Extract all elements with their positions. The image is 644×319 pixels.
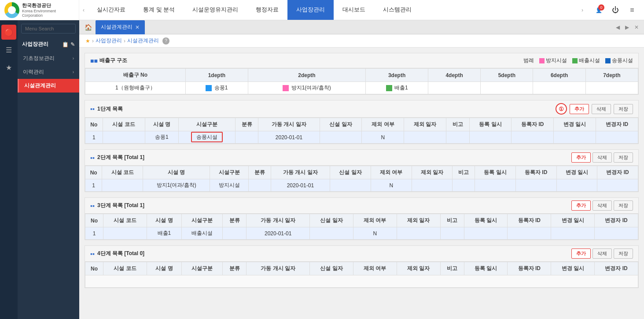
stage1-row-1[interactable]: 1 송풍1 송풍시설 2020-01-01 N bbox=[85, 131, 638, 144]
stage2-add-button[interactable]: 추가 bbox=[571, 152, 591, 163]
stage2-buttons: 추가 삭제 저장 bbox=[571, 152, 633, 163]
stage4-save-button[interactable]: 저장 bbox=[614, 249, 633, 259]
s3-start: 2020-01-01 bbox=[247, 227, 310, 240]
notification-button[interactable]: 👤 0 bbox=[592, 4, 605, 17]
sidebar-section-icons: 📋 ✎ bbox=[62, 41, 75, 48]
emission-th-no: 배출구 No bbox=[85, 69, 186, 82]
sidebar-icon-star[interactable]: ★ bbox=[1, 60, 16, 75]
s2-mod-id bbox=[597, 179, 638, 192]
stage4-add-button[interactable]: 추가 bbox=[571, 249, 591, 259]
stage1-grid-icon: ▪▪ bbox=[90, 105, 95, 112]
tab-close-icon[interactable]: ✕ bbox=[135, 24, 140, 30]
stage3-row-1[interactable]: 1 배출1 배출시설 2020-01-01 N bbox=[85, 227, 638, 240]
sidebar-item-basic[interactable]: 기초정보관리 › bbox=[18, 52, 79, 65]
s2-cat bbox=[248, 179, 271, 192]
s1-th-code: 시설 코드 bbox=[103, 118, 145, 131]
breadcrumb-sep1: › bbox=[92, 38, 94, 44]
stage3-save-button[interactable]: 저장 bbox=[614, 200, 633, 211]
breadcrumb-home-icon[interactable]: ★ bbox=[85, 38, 90, 44]
stage2-row-1[interactable]: 1 방지1(여과/흡착) 방지시설 2020-01-01 N bbox=[85, 179, 638, 192]
s4-th-cat: 분류 bbox=[223, 262, 247, 275]
help-icon[interactable]: ? bbox=[162, 37, 169, 45]
sidebar-icon-menu[interactable]: ☰ bbox=[1, 42, 16, 57]
nav-item-dashboard[interactable]: 대시보드 bbox=[334, 0, 374, 20]
legend-dot-protection bbox=[539, 58, 545, 63]
stage3-delete-button[interactable]: 삭제 bbox=[592, 200, 612, 211]
s3-th-install: 신설 일자 bbox=[309, 214, 353, 227]
tab-prev-btn[interactable]: ◀ bbox=[614, 23, 622, 31]
tab-bar-right: ◀ ▶ ✕ bbox=[614, 23, 644, 31]
tab-next-btn[interactable]: ▶ bbox=[623, 23, 631, 31]
stage3-header: ▪▪ 3단계 목록 [Total 1] 추가 삭제 저장 bbox=[85, 198, 638, 214]
s2-no: 1 bbox=[85, 179, 102, 192]
nav-item-stats[interactable]: 통계 및 분석 bbox=[134, 0, 184, 20]
sidebar-item-history[interactable]: 이력관리 › bbox=[18, 65, 79, 79]
stage2-save-button[interactable]: 저장 bbox=[614, 152, 633, 163]
s4-th-mod-date: 변경 일시 bbox=[551, 262, 595, 275]
stage3-buttons: 추가 삭제 저장 bbox=[571, 200, 633, 211]
sidebar-copy-icon[interactable]: 📋 bbox=[62, 41, 69, 48]
stage1-delete-button[interactable]: 삭제 bbox=[592, 104, 611, 114]
sidebar-icon-home[interactable]: 🔴 bbox=[1, 25, 16, 40]
s1-reg-id bbox=[512, 131, 554, 144]
s3-type: 배출시설 bbox=[181, 227, 222, 240]
stage3-grid-icon: ▪▪ bbox=[90, 202, 95, 209]
sidebar-search-input[interactable] bbox=[21, 24, 76, 33]
s2-note bbox=[453, 179, 475, 192]
s2-th-no: No bbox=[85, 166, 102, 179]
s1-mod-date bbox=[554, 131, 596, 144]
s2-th-excl: 제외 여부 bbox=[371, 166, 412, 179]
stage1-add-button[interactable]: 추가 bbox=[570, 104, 589, 114]
nav-item-business[interactable]: 사업장관리 bbox=[287, 0, 334, 20]
s3-th-start: 가동 개시 일자 bbox=[247, 214, 310, 227]
s3-mod-id bbox=[595, 227, 638, 240]
s1-th-excl-date: 제외 일자 bbox=[404, 118, 446, 131]
sidebar-item-facility-rel[interactable]: 시설관계관리 bbox=[18, 79, 79, 93]
stage1-header: ▪▪ 1단계 목록 ① 추가 삭제 저장 bbox=[85, 100, 638, 118]
s2-reg-date bbox=[475, 179, 516, 192]
breadcrumb-sep2: › bbox=[124, 38, 125, 44]
stage4-table: No 시설 코드 시설 명 시설구분 분류 가동 개시 일자 신설 일자 제외 … bbox=[85, 262, 638, 288]
s3-mod-date bbox=[551, 227, 595, 240]
s3-th-reg-id: 등록자 ID bbox=[508, 214, 551, 227]
s2-name: 방지1(여과/흡착) bbox=[143, 179, 210, 192]
breadcrumb-facility[interactable]: 시설관계관리 bbox=[127, 37, 159, 45]
stage4-delete-button[interactable]: 삭제 bbox=[592, 249, 612, 259]
nav-next-arrow[interactable]: › bbox=[578, 7, 587, 13]
s1-code bbox=[103, 131, 145, 144]
power-button[interactable]: ⏻ bbox=[609, 4, 622, 17]
emission-structure-title: ■■ 배출구 구조 bbox=[90, 57, 127, 64]
nav-prev-arrow[interactable]: ‹ bbox=[79, 7, 88, 13]
breadcrumb-business[interactable]: 사업장관리 bbox=[96, 37, 122, 45]
sidebar-edit-icon[interactable]: ✎ bbox=[70, 41, 75, 48]
emission-cell-depth5 bbox=[481, 82, 533, 94]
emission-structure-section: ■■ 배출구 구조 범례 방지시설 배출시설 bbox=[85, 53, 639, 95]
s1-th-type: 시설구분 bbox=[179, 118, 236, 131]
nav-item-system[interactable]: 시스템관리 bbox=[374, 0, 420, 20]
stage1-save-button[interactable]: 저장 bbox=[614, 104, 633, 114]
stage3-add-button[interactable]: 추가 bbox=[571, 200, 591, 211]
nav-item-admin[interactable]: 행정자료 bbox=[247, 0, 287, 20]
nav-item-facility[interactable]: 시설운영유지관리 bbox=[184, 0, 247, 20]
tab-facility-rel[interactable]: 시설관계관리 ✕ bbox=[96, 20, 145, 34]
logo-area: 한국환경공단 Korea Environment Corporation bbox=[0, 0, 79, 20]
menu-button[interactable]: ≡ bbox=[626, 4, 639, 17]
emission-th-6: 6depth bbox=[533, 69, 585, 82]
tab-home-button[interactable]: 🏠 bbox=[81, 20, 96, 34]
stage3-section: ▪▪ 3단계 목록 [Total 1] 추가 삭제 저장 No 시설 코드 bbox=[85, 197, 639, 240]
s2-th-name: 시설 명 bbox=[143, 166, 210, 179]
s2-excl: N bbox=[371, 179, 412, 192]
sidebar-content-col: 사업장관리 📋 ✎ 기초정보관리 › 이력관리 › 시설관계관리 bbox=[18, 20, 79, 319]
s1-no: 1 bbox=[85, 131, 103, 144]
tab-close-all-btn[interactable]: ✕ bbox=[633, 23, 640, 31]
stage2-delete-button[interactable]: 삭제 bbox=[592, 152, 612, 163]
sidebar-arrow-basic: › bbox=[73, 56, 74, 61]
s4-th-install: 신설 일자 bbox=[309, 262, 353, 275]
nav-item-realtime[interactable]: 실시간자료 bbox=[88, 0, 134, 20]
s1-th-mod-id: 변경자 ID bbox=[596, 118, 638, 131]
stage4-title: 4단계 목록 [Total 0] bbox=[97, 250, 144, 257]
sidebar-search-area bbox=[18, 20, 79, 37]
stage1-circle-1: ① bbox=[556, 103, 567, 115]
emission-th-2: 2depth bbox=[248, 69, 365, 82]
s2-th-start: 가동 개시 일자 bbox=[271, 166, 330, 179]
